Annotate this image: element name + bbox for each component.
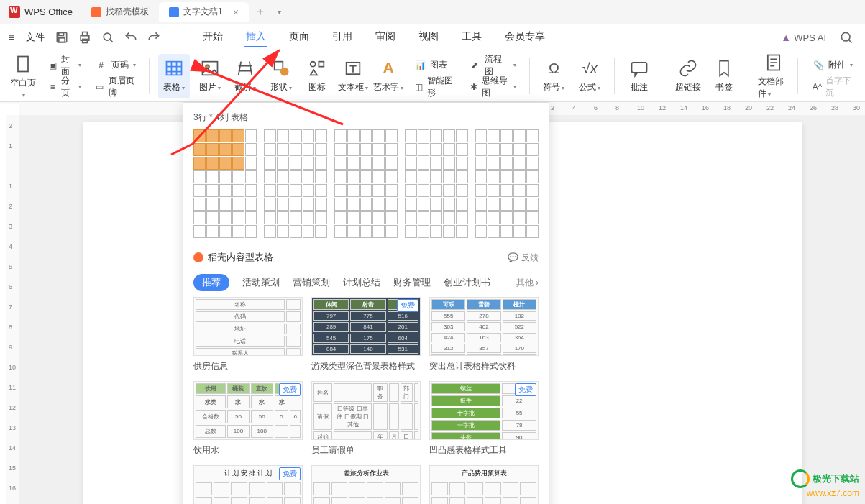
grid-cell[interactable] [264, 143, 276, 156]
grid-cell[interactable] [475, 157, 488, 170]
grid-cell[interactable] [303, 184, 315, 197]
grid-cell[interactable] [206, 157, 219, 170]
grid-cell[interactable] [443, 143, 455, 156]
docer-tab-event[interactable]: 活动策划 [242, 276, 280, 289]
grid-cell[interactable] [526, 211, 539, 224]
grid-cell[interactable] [347, 157, 360, 170]
screenshot-button[interactable]: 截屏▾ [230, 54, 262, 98]
grid-cell[interactable] [513, 211, 526, 224]
docer-tab-business[interactable]: 创业计划书 [444, 276, 490, 289]
grid-cell[interactable] [290, 225, 302, 238]
hyperlink-button[interactable]: 超链接 [672, 54, 704, 98]
search-icon[interactable] [839, 30, 853, 45]
grid-cell[interactable] [405, 184, 417, 197]
grid-cell[interactable] [513, 225, 526, 238]
grid-cell[interactable] [385, 170, 398, 183]
grid-cell[interactable] [513, 184, 526, 197]
template-card[interactable]: 免费休闲射击7977755162898412015451756048841405… [311, 297, 421, 372]
grid-cell[interactable] [193, 198, 206, 211]
redo-icon[interactable] [147, 30, 161, 45]
grid-cell[interactable] [315, 225, 327, 238]
grid-cell[interactable] [500, 225, 513, 238]
grid-cell[interactable] [526, 225, 539, 238]
grid-cell[interactable] [443, 225, 455, 238]
shape-button[interactable]: 形状▾ [265, 54, 297, 98]
grid-cell[interactable] [488, 225, 500, 238]
grid-cell[interactable] [290, 129, 302, 142]
grid-cell[interactable] [206, 143, 219, 156]
grid-cell[interactable] [290, 143, 302, 156]
smartart-button[interactable]: ◫智能图形 [408, 77, 459, 97]
grid-cell[interactable] [219, 198, 232, 211]
bookmark-button[interactable]: 书签 [708, 54, 740, 98]
grid-cell[interactable] [360, 198, 372, 211]
grid-cell[interactable] [385, 143, 398, 156]
grid-cell[interactable] [347, 170, 360, 183]
grid-cell[interactable] [372, 157, 385, 170]
close-icon[interactable]: × [233, 6, 239, 18]
grid-cell[interactable] [500, 157, 513, 170]
grid-cell[interactable] [488, 143, 500, 156]
new-tab-button[interactable]: ＋ [249, 4, 272, 19]
grid-cell[interactable] [277, 129, 289, 142]
template-card[interactable]: 产品费用预算表 [429, 465, 539, 504]
template-card[interactable]: 免费计 划 安 排 计 划 [193, 465, 303, 504]
grid-cell[interactable] [430, 157, 442, 170]
grid-cell[interactable] [219, 170, 232, 183]
grid-cell[interactable] [456, 129, 468, 142]
grid-cell[interactable] [360, 184, 372, 197]
grid-cell[interactable] [347, 143, 360, 156]
grid-cell[interactable] [500, 143, 513, 156]
template-card[interactable]: 姓名职务部门请假口等级 口事件 口假期 口其他起始年月日请假代理人(本人签字)部… [311, 381, 421, 457]
tab-tools[interactable]: 工具 [460, 27, 483, 47]
grid-cell[interactable] [405, 225, 417, 238]
grid-cell[interactable] [334, 143, 347, 156]
grid-cell[interactable] [488, 129, 500, 142]
grid-cell[interactable] [443, 211, 455, 224]
grid-cell[interactable] [264, 170, 276, 183]
grid-cell[interactable] [206, 225, 219, 238]
grid-cell[interactable] [443, 157, 455, 170]
comment-button[interactable]: 批注 [623, 54, 655, 98]
docer-tab-marketing[interactable]: 营销策划 [293, 276, 330, 289]
grid-cell[interactable] [372, 198, 385, 211]
grid-cell[interactable] [430, 211, 442, 224]
grid-cell[interactable] [360, 143, 372, 156]
grid-cell[interactable] [443, 129, 455, 142]
grid-cell[interactable] [418, 143, 430, 156]
tab-insert[interactable]: 插入 [244, 27, 267, 47]
grid-cell[interactable] [193, 225, 206, 238]
symbol-button[interactable]: Ω 符号▾ [539, 54, 570, 98]
grid-cell[interactable] [456, 143, 468, 156]
blank-page-button[interactable]: 空白页▾ [7, 54, 39, 98]
cover-button[interactable]: ▣封面▾ [43, 55, 86, 75]
grid-cell[interactable] [526, 184, 539, 197]
grid-cell[interactable] [418, 170, 430, 183]
grid-cell[interactable] [405, 143, 417, 156]
grid-cell[interactable] [264, 157, 276, 170]
grid-cell[interactable] [206, 170, 219, 183]
grid-cell[interactable] [418, 129, 430, 142]
grid-cell[interactable] [277, 157, 289, 170]
grid-cell[interactable] [315, 198, 327, 211]
grid-cell[interactable] [206, 198, 219, 211]
doc-parts-button[interactable]: 文档部件▾ [758, 54, 790, 98]
docer-tab-summary[interactable]: 计划总结 [343, 276, 380, 289]
grid-cell[interactable] [443, 198, 455, 211]
grid-cell[interactable] [193, 184, 206, 197]
grid-cell[interactable] [219, 225, 232, 238]
grid-cell[interactable] [290, 157, 302, 170]
grid-cell[interactable] [513, 129, 526, 142]
grid-cell[interactable] [526, 129, 539, 142]
grid-cell[interactable] [418, 198, 430, 211]
tab-view[interactable]: 视图 [417, 27, 440, 47]
grid-cell[interactable] [193, 170, 206, 183]
icon-button[interactable]: 图标 [301, 54, 333, 98]
tab-templates[interactable]: 找稻壳模板 [81, 2, 159, 22]
grid-cell[interactable] [430, 198, 442, 211]
grid-cell[interactable] [347, 184, 360, 197]
grid-cell[interactable] [245, 143, 257, 156]
grid-cell[interactable] [385, 184, 398, 197]
grid-cell[interactable] [443, 170, 455, 183]
grid-cell[interactable] [526, 170, 539, 183]
